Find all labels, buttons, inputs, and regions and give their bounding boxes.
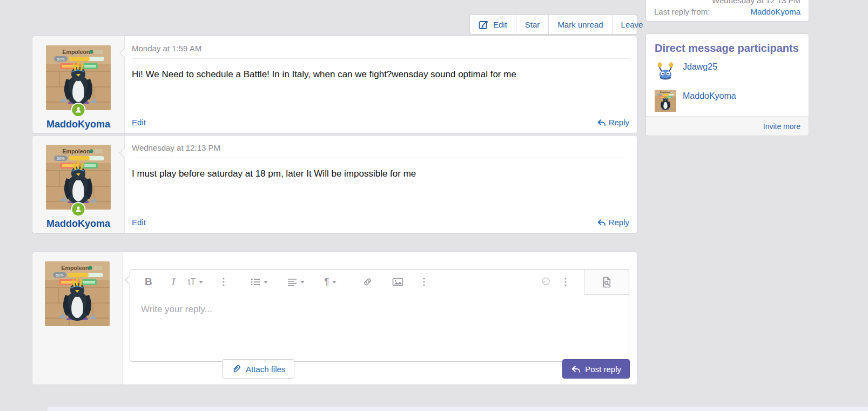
jdawg25-avatar[interactable] <box>655 61 676 83</box>
edit-message-label: Edit <box>132 218 146 227</box>
reply-placeholder: Write your reply... <box>141 304 212 314</box>
more-insert-button[interactable] <box>420 275 428 289</box>
last-reply-user-link[interactable]: MaddoKyoma <box>750 7 800 16</box>
paperclip-icon <box>231 364 241 374</box>
more-options-button[interactable] <box>220 275 227 289</box>
attach-files-label: Attach files <box>246 365 285 374</box>
online-indicator-icon <box>71 103 86 117</box>
vertical-dots-icon <box>564 277 567 287</box>
image-icon <box>392 277 403 287</box>
reply-arrow-icon <box>597 118 606 127</box>
empoleon-avatar-image <box>46 45 111 110</box>
bold-icon: B <box>145 276 152 288</box>
edit-message-label: Edit <box>132 118 146 127</box>
reply-link[interactable]: Reply <box>597 218 629 227</box>
author-cell: MaddoKyoma <box>32 36 125 133</box>
last-reply-label: Last reply from: <box>654 7 710 16</box>
unordered-list-icon <box>251 278 260 286</box>
invite-more-link[interactable]: Invite more <box>763 122 800 131</box>
editor-buttons-row: Attach files Post reply <box>222 359 630 379</box>
reply-editor-block: B I tT ¶ <box>32 252 637 385</box>
message-timestamp-link[interactable]: Monday at 1:59 AM <box>132 44 201 53</box>
message-1: MaddoKyoma Monday at 1:59 AM Hi! We Need… <box>32 36 637 134</box>
text-align-icon <box>287 278 297 286</box>
list-button[interactable] <box>248 275 271 288</box>
author-avatar[interactable] <box>46 145 111 210</box>
message-2: MaddoKyoma Wednesday at 12:13 PM I must … <box>32 135 637 234</box>
current-user-cell <box>32 252 123 385</box>
reply-arrow-icon <box>571 365 581 374</box>
reply-label: Reply <box>609 218 629 227</box>
insert-link-button[interactable] <box>360 275 375 289</box>
thread-actions-bar: Edit Star Mark unread Leave <box>469 15 637 35</box>
reply-input[interactable]: Write your reply... <box>130 294 629 354</box>
insert-image-button[interactable] <box>389 275 406 289</box>
link-icon <box>362 277 373 287</box>
online-indicator-icon <box>71 202 86 217</box>
star-button[interactable]: Star <box>516 15 549 34</box>
more-history-button[interactable] <box>562 275 569 289</box>
italic-button[interactable]: I <box>169 274 178 290</box>
post-reply-label: Post reply <box>585 365 621 374</box>
message-body: Wednesday at 12:13 PM I must play before… <box>125 136 637 233</box>
chevron-down-icon <box>332 281 337 284</box>
edit-message-link[interactable]: Edit <box>132 118 146 127</box>
empoleon-avatar-image <box>45 261 110 326</box>
bold-button[interactable]: B <box>142 274 155 290</box>
mark-unread-label: Mark unread <box>557 20 603 29</box>
last-reply-timestamp: Wednesday at 12:13 PM <box>654 0 800 5</box>
footer-strip <box>48 407 868 411</box>
message-body: Monday at 1:59 AM Hi! We Need to schedul… <box>125 36 637 133</box>
participants-panel: Direct message participants Jdawg25 Madd… <box>645 33 809 136</box>
participant-row: MaddoKyoma <box>655 90 736 112</box>
preview-icon <box>601 277 613 288</box>
author-username-link[interactable]: MaddoKyoma <box>46 218 110 230</box>
post-reply-button[interactable]: Post reply <box>562 359 630 379</box>
preview-button[interactable] <box>584 269 629 295</box>
message-header: Wednesday at 12:13 PM <box>132 143 629 158</box>
author-username-link[interactable]: MaddoKyoma <box>46 119 110 130</box>
message-header: Monday at 1:59 AM <box>132 44 629 59</box>
leave-label: Leave <box>621 20 643 29</box>
message-actions: Edit Reply <box>132 218 629 227</box>
current-user-avatar[interactable] <box>45 261 110 326</box>
edit-thread-button[interactable]: Edit <box>470 15 516 34</box>
participant-row: Jdawg25 <box>655 61 717 83</box>
rich-text-editor: B I tT ¶ <box>130 269 629 362</box>
edit-thread-label: Edit <box>493 20 507 29</box>
text-size-button[interactable]: tT <box>185 275 206 289</box>
chevron-down-icon <box>300 281 305 284</box>
participants-footer: Invite more <box>646 116 809 136</box>
attach-files-button[interactable]: Attach files <box>222 359 294 379</box>
editor-area: B I tT ¶ <box>123 252 637 385</box>
editor-toolbar: B I tT ¶ <box>130 269 629 294</box>
undo-icon <box>540 277 550 287</box>
vertical-dots-icon <box>223 277 225 287</box>
star-label: Star <box>525 20 540 29</box>
mark-unread-button[interactable]: Mark unread <box>548 15 611 34</box>
vertical-dots-icon <box>423 277 425 287</box>
reply-link[interactable]: Reply <box>597 118 629 127</box>
participant-username-link[interactable]: MaddoKyoma <box>683 91 736 112</box>
chevron-down-icon <box>264 281 268 284</box>
reply-label: Reply <box>609 118 629 127</box>
last-reply-panel: Wednesday at 12:13 PM Last reply from: M… <box>645 0 809 22</box>
empoleon-avatar-image <box>46 145 111 210</box>
align-button[interactable] <box>285 275 307 288</box>
maddokyoma-avatar[interactable] <box>655 90 676 112</box>
paragraph-icon: ¶ <box>324 277 329 287</box>
message-text: I must play before saturday at 18 pm, la… <box>132 167 629 180</box>
message-timestamp-link[interactable]: Wednesday at 12:13 PM <box>132 143 220 152</box>
paragraph-format-button[interactable]: ¶ <box>321 274 339 289</box>
message-text: Hi! We Need to schedule a Battle! In in … <box>132 68 629 81</box>
participant-username-link[interactable]: Jdawg25 <box>683 62 717 83</box>
author-avatar[interactable] <box>46 45 111 110</box>
message-actions: Edit Reply <box>132 118 629 127</box>
undo-button[interactable] <box>537 274 553 289</box>
italic-icon: I <box>172 276 175 288</box>
reply-arrow-icon <box>597 218 606 227</box>
edit-pencil-icon <box>479 19 489 30</box>
edit-message-link[interactable]: Edit <box>132 218 146 227</box>
author-cell: MaddoKyoma <box>32 136 125 233</box>
chevron-down-icon <box>199 281 203 284</box>
